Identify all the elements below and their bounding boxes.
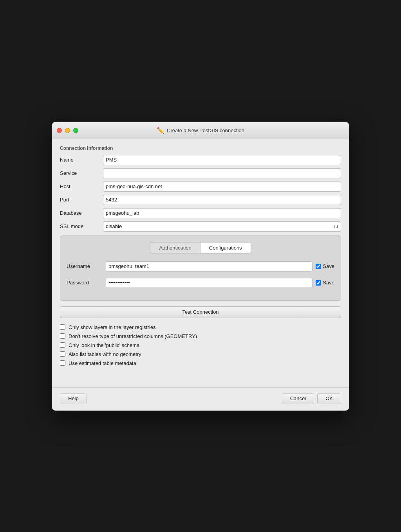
only-public-label[interactable]: Only look in the 'public' schema [69, 342, 139, 348]
password-save-label: Save [323, 280, 334, 286]
password-label: Password [67, 280, 106, 286]
password-save-group: Save [316, 280, 334, 286]
help-button[interactable]: Help [60, 393, 87, 404]
database-input[interactable] [103, 208, 341, 218]
only-public-checkbox[interactable] [60, 342, 65, 348]
username-label: Username [67, 263, 106, 269]
main-window: ✏️ Create a New PostGIS connection Conne… [52, 122, 349, 411]
port-row: Port [60, 195, 341, 205]
title-icon: ✏️ [157, 127, 164, 134]
ssl-mode-row: SSL mode disable allow prefer require ve… [60, 221, 341, 232]
section-label: Connection Information [60, 146, 341, 151]
host-input[interactable] [103, 182, 341, 192]
checkbox-row-3: Only look in the 'public' schema [60, 342, 341, 348]
ssl-mode-label: SSL mode [60, 223, 103, 229]
database-label: Database [60, 210, 103, 216]
use-estimated-checkbox[interactable] [60, 360, 65, 366]
only-show-layers-label[interactable]: Only show layers in the layer registries [69, 324, 156, 330]
database-row: Database [60, 208, 341, 218]
title-text: Create a New PostGIS connection [167, 128, 244, 133]
ssl-mode-select[interactable]: disable allow prefer require verify-ca v… [103, 221, 341, 232]
titlebar: ✏️ Create a New PostGIS connection [52, 122, 349, 139]
maximize-button[interactable] [73, 128, 78, 133]
username-save-checkbox[interactable] [316, 264, 321, 269]
window-title: ✏️ Create a New PostGIS connection [157, 127, 244, 134]
also-list-checkbox[interactable] [60, 351, 65, 357]
only-show-layers-checkbox[interactable] [60, 324, 65, 330]
username-row: Username Save [67, 261, 334, 271]
service-input[interactable] [103, 168, 341, 178]
port-input[interactable] [103, 195, 341, 205]
bottom-container: Help Cancel OK [52, 387, 349, 410]
username-save-group: Save [316, 263, 334, 269]
checkbox-row-2: Don't resolve type of unrestricted colum… [60, 333, 341, 339]
tab-bar: Authentication Configurations [67, 242, 334, 253]
traffic-lights [57, 128, 78, 133]
checkbox-row-5: Use estimated table metadata [60, 360, 341, 366]
minimize-button[interactable] [65, 128, 70, 133]
bottom-bar: Help Cancel OK [52, 387, 349, 410]
name-label: Name [60, 157, 103, 163]
tab-configurations[interactable]: Configurations [200, 242, 251, 253]
username-input[interactable] [106, 261, 312, 271]
name-input[interactable] [103, 155, 341, 165]
close-button[interactable] [57, 128, 62, 133]
password-row: Password Save [67, 278, 334, 288]
dont-resolve-label[interactable]: Don't resolve type of unrestricted colum… [69, 333, 197, 339]
host-label: Host [60, 183, 103, 189]
ssl-select-wrapper: disable allow prefer require verify-ca v… [103, 221, 341, 232]
content-area: Connection Information Name Service Host… [52, 139, 349, 376]
dont-resolve-checkbox[interactable] [60, 333, 65, 339]
service-label: Service [60, 170, 103, 176]
ok-button[interactable]: OK [317, 393, 341, 404]
auth-panel: Authentication Configurations Username S… [60, 235, 341, 301]
options-group: Only show layers in the layer registries… [60, 324, 341, 366]
host-row: Host [60, 182, 341, 192]
also-list-label[interactable]: Also list tables with no geometry [69, 351, 141, 357]
test-connection-button[interactable]: Test Connection [60, 306, 341, 318]
service-row: Service [60, 168, 341, 178]
use-estimated-label[interactable]: Use estimated table metadata [69, 360, 136, 366]
password-input[interactable] [106, 278, 312, 288]
port-label: Port [60, 197, 103, 203]
checkbox-row-4: Also list tables with no geometry [60, 351, 341, 357]
cancel-button[interactable]: Cancel [282, 393, 314, 404]
tab-authentication[interactable]: Authentication [150, 242, 200, 253]
password-save-checkbox[interactable] [316, 280, 321, 286]
checkbox-row-1: Only show layers in the layer registries [60, 324, 341, 330]
right-buttons: Cancel OK [282, 393, 341, 404]
username-save-label: Save [323, 263, 334, 269]
name-row: Name [60, 155, 341, 165]
